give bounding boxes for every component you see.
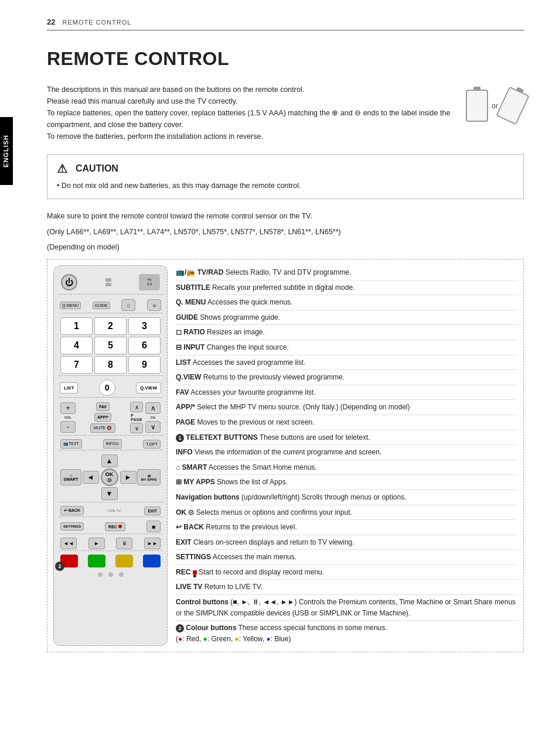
desc-ratio: ◻ RATIO Resizes an image. bbox=[176, 325, 517, 340]
num-7-button[interactable]: 7 bbox=[60, 356, 93, 374]
green-color-button[interactable] bbox=[88, 555, 105, 567]
ratio-button[interactable]: ◻ bbox=[121, 299, 135, 311]
caution-item: Do not mix old and new batteries, as thi… bbox=[57, 180, 514, 191]
list-button[interactable]: LIST bbox=[60, 382, 78, 394]
nav-left-button[interactable]: ◄ bbox=[83, 471, 99, 484]
blue-color-button[interactable] bbox=[143, 555, 161, 567]
input-button[interactable]: ⊟ bbox=[147, 299, 161, 311]
num-5-button[interactable]: 5 bbox=[94, 337, 127, 354]
page-container: ENGLISH 22 REMOTE CONTROL REMOTE CONTROL… bbox=[0, 0, 559, 756]
desc-ok: OK ⊙ Selects menus or options and confir… bbox=[176, 505, 517, 521]
desc-list: LIST Accesses the saved programme list. bbox=[176, 355, 517, 371]
nav-middle: ◄ OK⊙ ► bbox=[83, 468, 137, 486]
nav-center: ▲ ◄ OK⊙ ► ▼ bbox=[83, 454, 137, 500]
nav-down-button[interactable]: ▼ bbox=[101, 487, 118, 500]
battery-img-2 bbox=[496, 87, 530, 125]
intro-section: The descriptions in this manual are base… bbox=[47, 84, 524, 142]
desc-fav: FAV Accesses your favourite programme li… bbox=[176, 385, 517, 401]
vol-col: + VOL - bbox=[60, 402, 76, 433]
english-tab: ENGLISH bbox=[0, 117, 13, 185]
page-header-title: REMOTE CONTROL bbox=[62, 19, 131, 26]
qview-button[interactable]: Q.VIEW bbox=[136, 382, 161, 394]
desc-info: INFO Views the information of the curren… bbox=[176, 445, 517, 460]
desc-tvrad: 📺/📻 TV/RAD Selects Radio, TV and DTV pro… bbox=[176, 265, 517, 280]
text-button[interactable]: 📺TEXT bbox=[60, 439, 82, 449]
vol-down-button[interactable]: - bbox=[60, 421, 76, 433]
intro-para1: The descriptions in this manual are base… bbox=[47, 84, 454, 95]
t-opt-button[interactable]: T.OPT bbox=[143, 440, 161, 449]
intro-para2: Please read this manual carefully and us… bbox=[47, 95, 454, 107]
settings-button[interactable]: SETTINGS bbox=[60, 522, 84, 531]
num-3-button[interactable]: 3 bbox=[128, 317, 161, 335]
num-1-button[interactable]: 1 bbox=[60, 317, 93, 335]
desc-page: PAGE Moves to the previous or next scree… bbox=[176, 415, 517, 430]
myapps-button[interactable]: ⊞MY APPS bbox=[137, 469, 161, 485]
fav-button[interactable]: FAV bbox=[96, 402, 110, 411]
back-exit-row: ↩ BACK LIVE TV EXIT bbox=[59, 505, 162, 517]
remote-top: ⏻ TV3.0 bbox=[59, 272, 162, 295]
guide-button[interactable]: GUIDE bbox=[93, 302, 110, 309]
num-2-button[interactable]: 2 bbox=[94, 317, 127, 335]
desc-app: APP/* Select the MHP TV menu source. (On… bbox=[176, 400, 517, 415]
yellow-color-button[interactable] bbox=[115, 555, 133, 567]
intro-text: The descriptions in this manual are base… bbox=[47, 84, 454, 142]
text-info-row: 📺TEXT INFO⊙ T.OPT bbox=[59, 438, 162, 450]
desc-teletext: 1 TELETEXT BUTTONS These buttons are use… bbox=[176, 430, 517, 446]
vol-up-button[interactable]: + bbox=[60, 402, 76, 414]
smart-button[interactable]: ⌂SMART bbox=[60, 469, 81, 485]
app-button[interactable]: APP/* bbox=[94, 413, 111, 422]
note3: (Depending on model) bbox=[47, 242, 524, 253]
battery-img-1 bbox=[466, 90, 488, 122]
desc-input: ⊟ INPUT Changes the input source. bbox=[176, 340, 517, 355]
power-button[interactable]: ⏻ bbox=[61, 274, 77, 290]
page-number: 22 bbox=[47, 18, 55, 26]
descriptions-panel: 📺/📻 TV/RAD Selects Radio, TV and DTV pro… bbox=[176, 265, 517, 646]
back-button[interactable]: ↩ BACK bbox=[60, 506, 84, 515]
ffwd-button[interactable]: ►► bbox=[144, 538, 161, 549]
desc-colour-buttons: 2 Colour buttons These access special fu… bbox=[176, 621, 517, 646]
vol-ch-section: + VOL - FAV APP/* MUTE 🔇 ∧ PPAGE ∨ ∧ CH bbox=[59, 400, 162, 436]
remote-control: ⏻ TV3.0 Q.MENU GUIDE ◻ ⊟ 1 2 3 4 5 bbox=[53, 265, 168, 646]
caution-content: CAUTION Do not mix old and new batteries… bbox=[57, 162, 514, 191]
color-buttons-row: 2 bbox=[59, 553, 162, 569]
ch-up-button[interactable]: ∧ bbox=[145, 402, 161, 414]
mute-button[interactable]: MUTE 🔇 bbox=[90, 423, 115, 433]
nav-right-button[interactable]: ► bbox=[120, 471, 137, 484]
intro-para4: To remove the batteries, perform the ins… bbox=[47, 131, 454, 142]
content-area: ⏻ TV3.0 Q.MENU GUIDE ◻ ⊟ 1 2 3 4 5 bbox=[47, 259, 524, 652]
desc-back: ↩ BACK Returns to the previous level. bbox=[176, 520, 517, 535]
battery-or: or bbox=[492, 102, 498, 110]
desc-settings: SETTINGS Accesses the main menus. bbox=[176, 550, 517, 565]
play-button[interactable]: ► bbox=[88, 538, 105, 549]
desc-exit: EXIT Clears on-screen displays and retur… bbox=[176, 535, 517, 550]
num-8-button[interactable]: 8 bbox=[94, 356, 127, 374]
desc-control-buttons: Control buttons (■, ►, ⏸, ◄◄, ►►) Contro… bbox=[176, 595, 517, 621]
page-down-button[interactable]: ∨ bbox=[130, 423, 143, 433]
caution-header: CAUTION bbox=[57, 162, 514, 176]
intro-para3: To replace batteries, open the battery c… bbox=[47, 107, 454, 131]
ch-down-button[interactable]: ∨ bbox=[145, 421, 161, 433]
num-4-button[interactable]: 4 bbox=[60, 337, 93, 354]
stop-button[interactable]: ■ bbox=[146, 521, 161, 532]
pause-button[interactable]: ⏸ bbox=[116, 538, 132, 549]
page-label: PPAGE bbox=[131, 413, 142, 422]
desc-nav: Navigation buttons (up/down/left/right) … bbox=[176, 490, 517, 505]
desc-smart: ⌂ SMART Accesses the Smart Home menus. bbox=[176, 460, 517, 476]
rewind-button[interactable]: ◄◄ bbox=[60, 538, 77, 549]
nav-up-button[interactable]: ▲ bbox=[101, 454, 118, 467]
ch-col: ∧ CH ∨ bbox=[145, 402, 161, 433]
page-up-button[interactable]: ∧ bbox=[130, 402, 143, 412]
num-6-button[interactable]: 6 bbox=[128, 337, 161, 354]
page-col: ∧ PPAGE ∨ bbox=[130, 402, 143, 433]
rec-button[interactable]: REC bbox=[105, 522, 125, 531]
rec-dot bbox=[118, 525, 122, 528]
ok-button[interactable]: OK⊙ bbox=[101, 468, 118, 486]
desc-qview: Q.VIEW Returns to the previously viewed … bbox=[176, 370, 517, 385]
exit-button[interactable]: EXIT bbox=[144, 507, 161, 515]
qmenu-button[interactable]: Q.MENU bbox=[60, 302, 81, 309]
zero-button[interactable]: 0 bbox=[99, 379, 115, 396]
num-9-button[interactable]: 9 bbox=[128, 356, 161, 374]
info-button[interactable]: INFO⊙ bbox=[103, 439, 122, 449]
qmenu-guide-row: Q.MENU GUIDE ◻ ⊟ bbox=[59, 297, 162, 313]
note1: Make sure to point the remote control to… bbox=[47, 211, 524, 222]
